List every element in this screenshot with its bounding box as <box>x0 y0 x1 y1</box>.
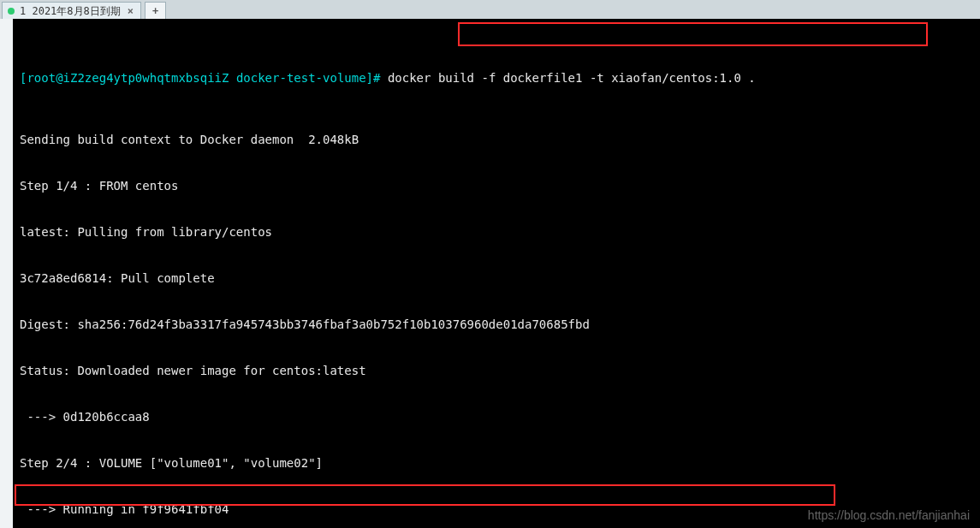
out-line: latest: Pulling from library/centos <box>20 224 973 240</box>
out-line: Digest: sha256:76d24f3ba3317fa945743bb37… <box>20 317 973 332</box>
prompt-suffix: ]# <box>366 71 388 85</box>
out-line: Sending build context to Docker daemon 2… <box>20 132 973 147</box>
out-line: Step 2/4 : VOLUME ["volume01", "volume02… <box>20 455 973 471</box>
terminal-window: 1 2021年8月8日到期 × + [root@iZ2zeg4ytp0whqtm… <box>0 0 980 528</box>
terminal-content: [root@iZ2zeg4ytp0whqtmxbsqiiZ docker-tes… <box>20 24 973 528</box>
gutter <box>0 19 13 528</box>
out-line: ---> Running in f9f9641fbf04 <box>20 501 973 517</box>
out-line: Status: Downloaded newer image for cento… <box>20 363 973 378</box>
session-tab[interactable]: 1 2021年8月8日到期 × <box>2 2 141 19</box>
terminal-area[interactable]: [root@iZ2zeg4ytp0whqtmxbsqiiZ docker-tes… <box>13 19 980 528</box>
status-dot-icon <box>8 8 15 15</box>
tab-bar: 1 2021年8月8日到期 × + <box>0 0 980 20</box>
out-line: Step 1/4 : FROM centos <box>20 178 973 193</box>
tab-title: 1 2021年8月8日到期 <box>20 3 121 19</box>
out-line: 3c72a8ed6814: Pull complete <box>20 270 973 286</box>
new-tab-button[interactable]: + <box>145 2 166 19</box>
prompt-dir: docker-test-volume <box>236 71 366 85</box>
plus-icon: + <box>152 3 158 19</box>
cmd-docker-build: docker build -f dockerfile1 -t xiaofan/c… <box>388 71 756 85</box>
prompt-user-host: [root@iZ2zeg4ytp0whqtmxbsqiiZ <box>20 71 236 85</box>
prompt-line-1: [root@iZ2zeg4ytp0whqtmxbsqiiZ docker-tes… <box>20 70 973 86</box>
out-line: ---> 0d120b6ccaa8 <box>20 409 973 424</box>
close-tab-icon[interactable]: × <box>126 3 135 19</box>
